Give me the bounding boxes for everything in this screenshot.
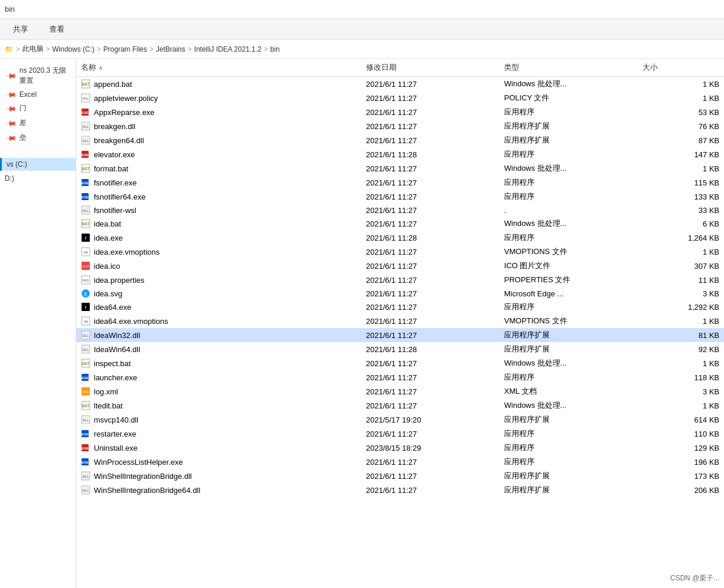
svg-text:EXE: EXE bbox=[82, 153, 89, 157]
cell-name: EXElauncher.exe bbox=[76, 370, 361, 384]
sidebar-pinned-2[interactable]: 📌 门 bbox=[0, 101, 76, 116]
cell-size: 1 KB bbox=[638, 161, 724, 175]
sidebar-pinned-3[interactable]: 📌 差 bbox=[0, 116, 76, 130]
cell-size: 173 KB bbox=[638, 469, 724, 483]
cell-type: XML 文档 bbox=[499, 384, 638, 398]
col-header-type[interactable]: 类型 bbox=[499, 59, 638, 77]
cell-size: 115 KB bbox=[638, 175, 724, 190]
table-row[interactable]: EXEelevator.exe2021/6/1 11:28应用程序147 KB bbox=[76, 147, 724, 161]
sidebar-pinned-0[interactable]: 📌 ns 2020.3 无限重置 bbox=[0, 63, 76, 88]
breadcrumb-home-icon[interactable]: 📁 bbox=[5, 45, 13, 53]
file-name: idea64.exe bbox=[94, 303, 131, 312]
sidebar-pinned-4[interactable]: 📌 垒 bbox=[0, 130, 76, 145]
table-row[interactable]: DLLfsnotifier-wsl2021/6/1 11:27.33 KB bbox=[76, 204, 724, 217]
table-row[interactable]: Eidea.svg2021/6/1 11:27Microsoft Edge ..… bbox=[76, 287, 724, 300]
sidebar-pinned-1[interactable]: 📌 Excel bbox=[0, 88, 76, 101]
cell-type: 应用程序 bbox=[499, 175, 638, 190]
cell-date: 2021/6/1 11:27 bbox=[361, 161, 500, 175]
file-icon: BAT bbox=[81, 79, 90, 89]
cell-name: EXErestarter.exe bbox=[76, 427, 361, 441]
table-row[interactable]: EXEAppxReparse.exe2021/6/1 11:27应用程序53 K… bbox=[76, 105, 724, 119]
file-name: launcher.exe bbox=[94, 373, 137, 382]
table-row[interactable]: BATidea.bat2021/6/1 11:27Windows 批处理...6… bbox=[76, 217, 724, 231]
table-row[interactable]: Iidea.exe2021/6/1 11:28应用程序1,264 KB bbox=[76, 231, 724, 245]
cell-size: 3 KB bbox=[638, 384, 724, 398]
table-row[interactable]: BATappend.bat2021/6/1 11:27Windows 批处理..… bbox=[76, 77, 724, 92]
cell-size: 11 KB bbox=[638, 273, 724, 287]
table-row[interactable]: EXErestarter.exe2021/6/1 11:27应用程序110 KB bbox=[76, 427, 724, 441]
table-row[interactable]: DLLWinShellIntegrationBridge64.dll2021/6… bbox=[76, 483, 724, 497]
cell-date: 2021/6/1 11:28 bbox=[361, 147, 500, 161]
col-header-size[interactable]: 大小 bbox=[638, 59, 724, 77]
cell-type: 应用程序 bbox=[499, 105, 638, 119]
table-row[interactable]: EXEfsnotifier64.exe2021/6/1 11:27应用程序133… bbox=[76, 190, 724, 204]
col-header-date[interactable]: 修改日期 bbox=[361, 59, 500, 77]
table-row[interactable]: DLLbreakgen.dll2021/6/1 11:27应用程序扩展76 KB bbox=[76, 119, 724, 133]
table-row[interactable]: ICOidea.ico2021/6/1 11:27ICO 图片文件307 KB bbox=[76, 259, 724, 273]
sort-arrow-name: ∧ bbox=[99, 65, 103, 71]
table-row[interactable]: BATinspect.bat2021/6/1 11:27Windows 批处理.… bbox=[76, 356, 724, 370]
sidebar-drive-c[interactable]: vs (C:) bbox=[0, 158, 76, 171]
svg-text:I: I bbox=[85, 236, 86, 240]
breadcrumb-idea[interactable]: IntelliJ IDEA 2021.1.2 bbox=[194, 45, 262, 53]
window-title: bin bbox=[5, 5, 15, 13]
breadcrumb-jetbrains[interactable]: JetBrains bbox=[156, 45, 185, 53]
table-row[interactable]: EXEfsnotifier.exe2021/6/1 11:27应用程序115 K… bbox=[76, 175, 724, 190]
table-row[interactable]: BATformat.bat2021/6/1 11:27Windows 批处理..… bbox=[76, 161, 724, 175]
file-name: IdeaWin32.dll bbox=[94, 331, 140, 340]
table-row[interactable]: PROidea.properties2021/6/1 11:27PROPERTI… bbox=[76, 273, 724, 287]
pin-icon-0: 📌 bbox=[5, 70, 18, 82]
cell-date: 2021/6/1 11:27 bbox=[361, 328, 500, 342]
cell-size: 1 KB bbox=[638, 314, 724, 328]
table-row[interactable]: BATltedit.bat2021/6/1 11:27Windows 批处理..… bbox=[76, 398, 724, 413]
cell-type: Windows 批处理... bbox=[499, 356, 638, 370]
file-name: format.bat bbox=[94, 164, 128, 173]
cell-size: 76 KB bbox=[638, 119, 724, 133]
table-row[interactable]: EXEUninstall.exe2023/8/15 18:29应用程序129 K… bbox=[76, 441, 724, 455]
cell-name: DLLfsnotifier-wsl bbox=[76, 204, 361, 217]
toolbar-view[interactable]: 查看 bbox=[46, 22, 68, 37]
cell-name: EXEUninstall.exe bbox=[76, 441, 361, 455]
cell-size: 33 KB bbox=[638, 204, 724, 217]
table-row[interactable]: POLappletviewer.policy2021/6/1 11:27POLI… bbox=[76, 91, 724, 105]
table-row[interactable]: DLLbreakgen64.dll2021/6/1 11:27应用程序扩展87 … bbox=[76, 133, 724, 147]
file-icon: I bbox=[81, 302, 90, 312]
breadcrumb-c[interactable]: Windows (C:) bbox=[52, 45, 94, 53]
toolbar-share[interactable]: 共享 bbox=[9, 22, 32, 37]
svg-text:DLL: DLL bbox=[82, 418, 89, 422]
breadcrumb-thispc[interactable]: 此电脑 bbox=[22, 44, 43, 54]
cell-name: BATltedit.bat bbox=[76, 398, 361, 413]
file-icon: VM bbox=[81, 316, 90, 326]
sidebar-drive-d[interactable]: D:) bbox=[0, 172, 76, 185]
table-row[interactable]: EXEWinProcessListHelper.exe2021/6/1 11:2… bbox=[76, 455, 724, 469]
sidebar-label-2: 门 bbox=[19, 103, 26, 113]
file-name: Uninstall.exe bbox=[94, 444, 137, 452]
file-icon: PRO bbox=[81, 275, 90, 285]
table-row[interactable]: EXElauncher.exe2021/6/1 11:27应用程序118 KB bbox=[76, 370, 724, 384]
svg-text:DLL: DLL bbox=[82, 475, 89, 478]
cell-type: 应用程序扩展 bbox=[499, 328, 638, 342]
table-row[interactable]: VMidea.exe.vmoptions2021/6/1 11:27VMOPTI… bbox=[76, 245, 724, 259]
cell-date: 2021/6/1 11:27 bbox=[361, 455, 500, 469]
svg-text:DLL: DLL bbox=[82, 334, 89, 337]
file-icon: DLL bbox=[81, 330, 90, 340]
table-row[interactable]: DLLIdeaWin64.dll2021/6/1 11:28应用程序扩展92 K… bbox=[76, 342, 724, 356]
table-row[interactable]: Iidea64.exe2021/6/1 11:27应用程序1,292 KB bbox=[76, 300, 724, 314]
cell-date: 2021/6/1 11:27 bbox=[361, 398, 500, 413]
svg-text:DLL: DLL bbox=[82, 348, 89, 352]
table-row[interactable]: DLLmsvcp140.dll2021/5/17 19:20应用程序扩展614 … bbox=[76, 413, 724, 427]
table-row[interactable]: DLLWinShellIntegrationBridge.dll2021/6/1… bbox=[76, 469, 724, 483]
table-row[interactable]: VMidea64.exe.vmoptions2021/6/1 11:27VMOP… bbox=[76, 314, 724, 328]
pin-icon-4: 📌 bbox=[5, 131, 18, 144]
table-row[interactable]: DLLIdeaWin32.dll2021/6/1 11:27应用程序扩展81 K… bbox=[76, 328, 724, 342]
cell-type: 应用程序 bbox=[499, 370, 638, 384]
table-row[interactable]: XMLlog.xml2021/6/1 11:27XML 文档3 KB bbox=[76, 384, 724, 398]
file-icon: ICO bbox=[81, 261, 90, 271]
sidebar: 📌 ns 2020.3 无限重置 📌 Excel 📌 门 📌 差 📌 垒 vs … bbox=[0, 59, 76, 588]
breadcrumb-programfiles[interactable]: Program Files bbox=[103, 45, 147, 53]
cell-type: Windows 批处理... bbox=[499, 77, 638, 92]
col-header-name[interactable]: 名称 ∧ bbox=[76, 59, 361, 77]
file-name: append.bat bbox=[94, 80, 132, 89]
main-layout: 📌 ns 2020.3 无限重置 📌 Excel 📌 门 📌 差 📌 垒 vs … bbox=[0, 59, 724, 588]
cell-name: VMidea.exe.vmoptions bbox=[76, 245, 361, 259]
